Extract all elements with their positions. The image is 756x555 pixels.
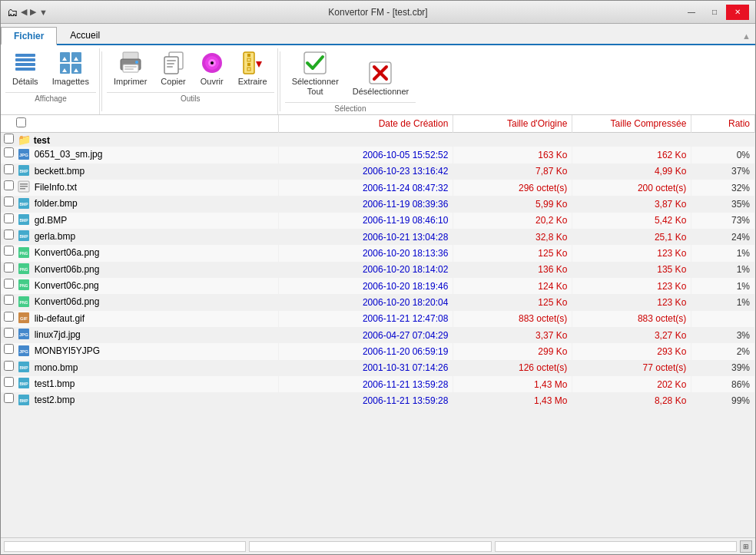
file-comp: 883 octet(s) [572, 311, 691, 327]
file-icon: BMP [18, 230, 30, 244]
file-ratio: 37% [691, 164, 755, 180]
svg-rect-1 [15, 58, 35, 61]
file-orig: 125 Ko [453, 245, 572, 261]
file-date: 2006-11-21 13:59:28 [279, 392, 453, 408]
svg-rect-17 [167, 63, 174, 64]
file-comp: 123 Ko [572, 245, 691, 261]
file-date: 2006-11-24 08:47:32 [279, 180, 453, 196]
th-comp[interactable]: Taille Compressée [572, 115, 691, 133]
row-checkbox[interactable] [4, 246, 14, 256]
table-header-row: Date de Création Taille d'Origine Taille… [1, 115, 755, 133]
toolbar-forward[interactable]: ▶ [30, 7, 36, 17]
row-checkbox[interactable] [4, 312, 14, 322]
file-ratio: 39% [691, 360, 755, 376]
file-table-body: 📁 test JPG 0651_03_sm.jpg 2006-10-05 15:… [1, 133, 755, 409]
imagettes-label: Imagettes [52, 77, 89, 87]
table-row[interactable]: BMP gd.BMP 2006-11-19 08:46:10 20,2 Ko 5… [1, 213, 755, 229]
row-checkbox[interactable] [4, 164, 14, 174]
maximize-button[interactable]: □ [703, 5, 726, 20]
row-checkbox[interactable] [4, 279, 14, 289]
minimize-button[interactable]: — [680, 5, 703, 20]
th-date[interactable]: Date de Création [279, 115, 453, 133]
toolbar-quick[interactable]: ▼ [39, 8, 48, 17]
file-comp: 3,87 Ko [572, 196, 691, 212]
file-orig: 883 octet(s) [453, 311, 572, 327]
row-checkbox[interactable] [4, 230, 14, 240]
row-checkbox[interactable] [4, 197, 14, 206]
table-row[interactable]: PNG Konvert06a.png 2006-10-20 18:13:36 1… [1, 245, 755, 261]
tab-fichier[interactable]: Fichier [1, 27, 57, 45]
table-row[interactable]: BMP folder.bmp 2006-11-19 08:39:36 5,99 … [1, 196, 755, 212]
close-button[interactable]: ✕ [726, 5, 749, 20]
row-checkbox[interactable] [4, 180, 14, 190]
file-ratio: 86% [691, 376, 755, 392]
app-icon: 🗂 [7, 6, 18, 18]
file-name: gerla.bmp [35, 231, 75, 242]
ouvrir-button[interactable]: Ouvrir [193, 48, 231, 89]
table-row[interactable]: PNG Konvert06c.png 2006-10-20 18:19:46 1… [1, 278, 755, 294]
details-label: Détails [12, 77, 38, 87]
row-checkbox[interactable] [4, 344, 14, 354]
file-name: Konvert06d.png [35, 296, 100, 307]
ribbon-collapse[interactable]: ▲ [742, 31, 751, 41]
folder-row[interactable]: 📁 test [1, 133, 755, 147]
imprimer-label: Imprimer [114, 77, 147, 87]
table-row[interactable]: JPG 0651_03_sm.jpg 2006-10-05 15:52:52 1… [1, 147, 755, 163]
imprimer-button[interactable]: Imprimer [107, 48, 154, 89]
details-button[interactable]: Détails [5, 48, 45, 89]
file-ratio: 1% [691, 262, 755, 278]
table-row[interactable]: PNG Konvert06b.png 2006-10-20 18:14:02 1… [1, 262, 755, 278]
th-orig[interactable]: Taille d'Origine [453, 115, 572, 133]
file-comp: 162 Ko [572, 147, 691, 163]
table-row[interactable]: JPG linux7jd.jpg 2006-04-27 07:04:29 3,3… [1, 327, 755, 343]
select-all-checkbox[interactable] [16, 117, 26, 127]
file-icon: BMP [18, 213, 30, 228]
file-orig: 7,87 Ko [453, 164, 572, 180]
table-row[interactable]: BMP test1.bmp 2006-11-21 13:59:28 1,43 M… [1, 376, 755, 392]
copier-button[interactable]: Copier [154, 48, 192, 89]
th-name[interactable] [1, 115, 279, 133]
table-row[interactable]: PNG Konvert06d.png 2006-10-20 18:20:04 1… [1, 294, 755, 310]
table-row[interactable]: BMP gerla.bmp 2006-10-21 13:04:28 32,8 K… [1, 229, 755, 245]
table-row[interactable]: GIF lib-defaut.gif 2006-11-21 12:47:08 8… [1, 311, 755, 327]
file-table-container[interactable]: Date de Création Taille d'Origine Taille… [1, 115, 755, 537]
table-row[interactable]: FileInfo.txt 2006-11-24 08:47:32 296 oct… [1, 180, 755, 196]
toolbar-back[interactable]: ◀ [21, 7, 27, 17]
row-checkbox[interactable] [4, 263, 14, 273]
row-checkbox[interactable] [4, 295, 14, 305]
file-orig: 20,2 Ko [453, 213, 572, 229]
th-ratio[interactable]: Ratio [691, 115, 755, 133]
row-checkbox[interactable] [4, 213, 14, 223]
ribbon-group-outils: Imprimer Copier [104, 48, 278, 114]
svg-text:BMP: BMP [20, 218, 29, 223]
folder-checkbox[interactable] [4, 134, 14, 144]
file-icon: JPG [18, 328, 30, 342]
file-ratio: 1% [691, 278, 755, 294]
row-checkbox[interactable] [4, 328, 14, 338]
imagettes-button[interactable]: Imagettes [45, 48, 96, 89]
file-comp: 200 octet(s) [572, 180, 691, 196]
row-checkbox[interactable] [4, 393, 14, 403]
row-checkbox[interactable] [4, 361, 14, 371]
deselectionner-button[interactable]: Désélectionner [346, 58, 416, 99]
file-name: mono.bmp [35, 362, 78, 373]
table-row[interactable]: BMP mono.bmp 2001-10-31 07:14:26 126 oct… [1, 360, 755, 376]
table-row[interactable]: JPG MONBYI5YJPG 2006-11-20 06:59:19 299 … [1, 343, 755, 359]
selectionner-tout-button[interactable]: Sélectionner Tout [285, 48, 346, 99]
folder-orig [453, 133, 572, 147]
selectionner-tout-icon [303, 51, 327, 75]
tab-accueil[interactable]: Accueil [57, 25, 113, 44]
extraire-button[interactable]: Extraire [231, 48, 274, 89]
svg-text:BMP: BMP [20, 169, 29, 173]
table-row[interactable]: BMP test2.bmp 2006-11-21 13:59:28 1,43 M… [1, 392, 755, 408]
file-icon: GIF [18, 312, 30, 326]
file-comp: 5,42 Ko [572, 213, 691, 229]
resize-grip[interactable]: ⊞ [740, 540, 752, 553]
row-checkbox[interactable] [4, 377, 14, 387]
svg-text:PNG: PNG [20, 267, 28, 272]
file-icon: PNG [18, 246, 30, 261]
file-date: 2006-11-21 12:47:08 [279, 311, 453, 327]
table-row[interactable]: BMP beckett.bmp 2006-10-23 13:16:42 7,87… [1, 164, 755, 180]
svg-point-13 [135, 61, 138, 64]
row-checkbox[interactable] [4, 147, 14, 157]
